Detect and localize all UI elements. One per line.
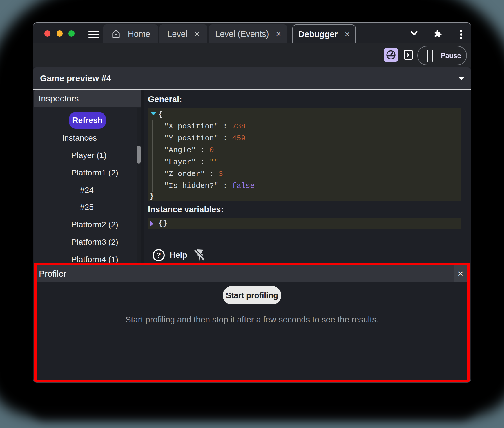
svg-text:?: ?: [156, 251, 161, 260]
